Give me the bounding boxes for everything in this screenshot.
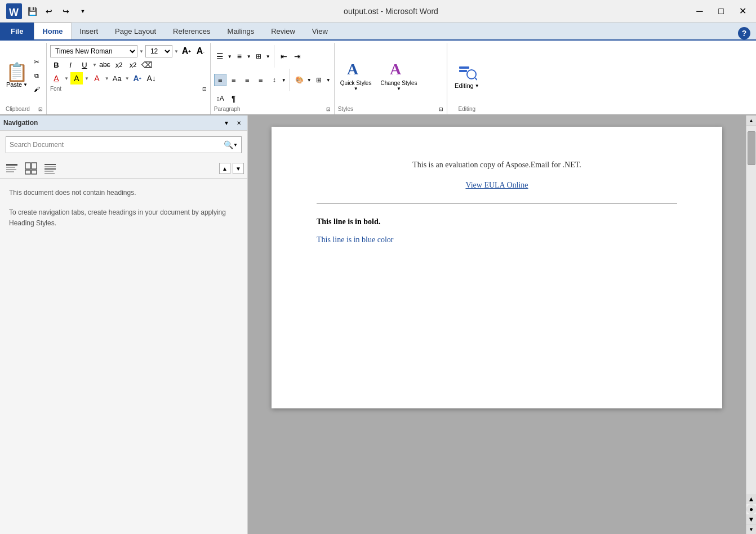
subscript-button[interactable]: x2	[113, 59, 125, 71]
numbering-button[interactable]: ≡	[233, 50, 246, 63]
align-right-button[interactable]: ≡	[241, 74, 254, 86]
decrease-indent-button[interactable]: ⇤	[278, 50, 290, 63]
redo-button[interactable]: ↪	[59, 4, 73, 19]
highlight-color-button[interactable]: A	[70, 72, 83, 84]
underline-dd-arrow[interactable]: ▼	[92, 63, 97, 68]
minimize-button[interactable]: ─	[692, 3, 708, 19]
shading-dd-arrow[interactable]: ▼	[307, 78, 312, 83]
help-button[interactable]: ?	[738, 27, 750, 39]
align-center-button[interactable]: ≡	[228, 74, 240, 86]
borders-button[interactable]: ⊞	[313, 74, 325, 86]
text-effects-button[interactable]: A+	[131, 72, 144, 84]
change-styles-button[interactable]: A Change Styles ▼	[378, 59, 419, 92]
underline-button[interactable]: U	[78, 59, 91, 71]
strikethrough-button[interactable]: abc	[99, 59, 111, 71]
tab-insert[interactable]: Insert	[72, 23, 107, 39]
font-color-dd-arrow[interactable]: ▼	[64, 76, 69, 81]
save-quick-button[interactable]: 💾	[25, 4, 39, 19]
align-left-button[interactable]: ≡	[214, 74, 226, 86]
show-hide-button[interactable]: ¶	[228, 92, 240, 105]
maximize-button[interactable]: □	[713, 3, 729, 19]
format-painter-button[interactable]: 🖌	[30, 83, 43, 95]
change-case-dd-arrow[interactable]: ▼	[125, 76, 130, 81]
paste-dropdown-arrow[interactable]: ▼	[23, 82, 28, 87]
quick-styles-button[interactable]: A Quick Styles ▼	[338, 59, 374, 92]
tab-references[interactable]: References	[164, 23, 219, 39]
font-size-select[interactable]: 8 10 12 14 16 18 24 36 72	[145, 45, 172, 57]
undo-button[interactable]: ↩	[42, 4, 56, 19]
scroll-next-page-button[interactable]: ▼	[746, 514, 757, 524]
svg-text:A: A	[347, 60, 359, 78]
change-case-button[interactable]: Aa	[111, 72, 123, 84]
text-color-button2[interactable]: A	[91, 72, 103, 84]
search-input[interactable]	[10, 141, 224, 149]
font-expand-icon[interactable]: ⊡	[202, 86, 207, 92]
close-button[interactable]: ✕	[735, 3, 750, 19]
bold-button[interactable]: B	[50, 59, 63, 71]
scroll-down-button[interactable]: ▼	[746, 524, 757, 534]
nav-prev-button[interactable]: ▲	[219, 163, 230, 174]
para-expand-icon[interactable]: ⊡	[326, 106, 331, 112]
increase-indent-button[interactable]: ⇥	[291, 50, 304, 63]
line-spacing-button[interactable]: ↕	[268, 74, 281, 86]
nav-headings-view-button[interactable]	[3, 161, 20, 176]
editing-button[interactable]: Editing ▼	[451, 61, 483, 90]
bullets-button[interactable]: ☰	[214, 50, 226, 63]
font-color-button[interactable]: A	[50, 72, 63, 84]
tab-view[interactable]: View	[304, 23, 336, 39]
nav-results-view-button[interactable]	[42, 161, 59, 176]
numbering-dd-arrow[interactable]: ▼	[247, 54, 251, 59]
font-family-select[interactable]: Times New Roman Arial Calibri	[50, 45, 137, 57]
search-dropdown-button[interactable]: ▼	[233, 143, 238, 148]
decrease-indent-font-button[interactable]: A↓	[145, 72, 158, 84]
grow-font-button[interactable]: A+	[180, 45, 193, 57]
shading-button[interactable]: 🎨	[293, 74, 306, 86]
navigation-panel: Navigation ▼ ✕ 🔍 ▼	[0, 115, 248, 534]
multilevel-dd-arrow[interactable]: ▼	[266, 54, 270, 59]
scroll-circle-button[interactable]: ●	[746, 504, 757, 514]
clipboard-expand-icon[interactable]: ⊡	[38, 106, 43, 112]
quick-styles-dd-arrow[interactable]: ▼	[354, 86, 358, 91]
shrink-font-button[interactable]: A-	[194, 45, 207, 57]
scroll-prev-page-button[interactable]: ▲	[746, 494, 757, 504]
text-color-dd-arrow[interactable]: ▼	[105, 76, 109, 81]
tab-page-layout[interactable]: Page Layout	[106, 23, 164, 39]
tab-review[interactable]: Review	[263, 23, 304, 39]
multilevel-list-button[interactable]: ⊞	[252, 50, 265, 63]
superscript-button[interactable]: x2	[127, 59, 139, 71]
document-page[interactable]: This is an evaluation copy of Aspose.Ema…	[272, 127, 722, 408]
paste-button[interactable]: 📋 Paste ▼	[6, 63, 28, 88]
cut-button[interactable]: ✂	[30, 56, 43, 68]
editing-label: Editing	[455, 82, 474, 89]
paste-label: Paste	[6, 81, 22, 88]
copy-button[interactable]: ⧉	[30, 69, 43, 82]
sort-button[interactable]: ↕A	[214, 92, 226, 105]
scroll-track[interactable]	[746, 126, 756, 494]
customize-quick-access-button[interactable]: ▼	[75, 4, 90, 19]
justify-button[interactable]: ≡	[255, 74, 267, 86]
clear-format-button[interactable]: ⌫	[141, 59, 153, 71]
ribbon-tabs: File Home Insert Page Layout References …	[0, 23, 756, 41]
italic-button[interactable]: I	[64, 59, 77, 71]
tab-mailings[interactable]: Mailings	[219, 23, 263, 39]
scroll-thumb[interactable]	[748, 131, 755, 165]
bullets-dd-arrow[interactable]: ▼	[228, 54, 232, 59]
main-area: Navigation ▼ ✕ 🔍 ▼	[0, 115, 756, 534]
search-button[interactable]: 🔍	[224, 140, 233, 149]
eula-link[interactable]: View EULA Online	[465, 181, 528, 189]
navigation-dropdown-button[interactable]: ▼	[221, 118, 232, 128]
tab-file[interactable]: File	[0, 23, 34, 39]
navigation-close-button[interactable]: ✕	[234, 118, 244, 128]
highlight-dd-arrow[interactable]: ▼	[85, 76, 89, 81]
tab-home[interactable]: Home	[34, 23, 71, 39]
change-styles-dd-arrow[interactable]: ▼	[397, 86, 401, 91]
nav-pages-view-button[interactable]	[23, 161, 39, 176]
borders-dd-arrow[interactable]: ▼	[326, 78, 331, 83]
quick-styles-label: Quick Styles	[340, 80, 372, 86]
line-spacing-dd-arrow[interactable]: ▼	[282, 78, 286, 83]
nav-next-button[interactable]: ▼	[233, 163, 244, 174]
styles-expand-icon[interactable]: ⊡	[439, 106, 443, 112]
svg-text:A: A	[390, 60, 402, 78]
scroll-up-button[interactable]: ▲	[746, 115, 757, 126]
editing-dd-arrow[interactable]: ▼	[475, 83, 479, 88]
